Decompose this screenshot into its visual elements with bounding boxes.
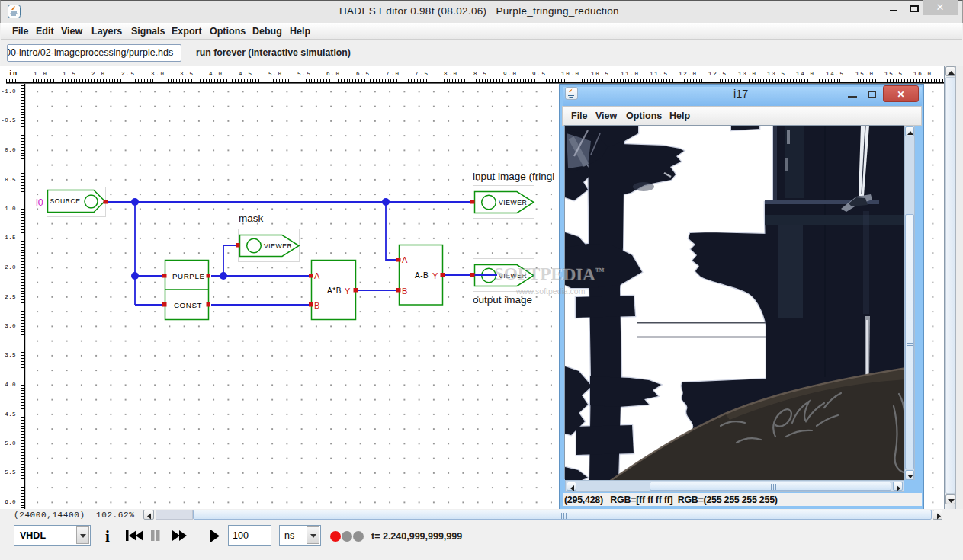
svg-text:8.5: 8.5 <box>473 71 488 77</box>
svg-text:i: i <box>105 527 110 546</box>
svg-text:output image: output image <box>473 294 532 306</box>
svg-text:5.0: 5.0 <box>268 71 283 77</box>
svg-text:CONST: CONST <box>174 301 202 309</box>
svg-text:B: B <box>402 286 407 296</box>
svg-text:0.0: 0.0 <box>5 147 16 153</box>
svg-text:10.0: 10.0 <box>561 71 580 77</box>
svg-text:14.0: 14.0 <box>796 71 815 77</box>
svg-text:12.0: 12.0 <box>679 71 698 77</box>
svg-text:5.5: 5.5 <box>5 469 16 475</box>
svg-text:VIEWER: VIEWER <box>499 272 527 280</box>
svg-text:0.5: 0.5 <box>5 177 16 183</box>
svg-text:input image (fringi: input image (fringi <box>473 171 554 182</box>
svg-text:5.0: 5.0 <box>5 440 16 446</box>
svg-text:5.5: 5.5 <box>297 71 312 77</box>
svg-text:mask: mask <box>239 213 264 224</box>
svg-text:4.5: 4.5 <box>5 411 16 418</box>
svg-text:4.0: 4.0 <box>209 71 223 77</box>
svg-text:2.0: 2.0 <box>5 264 16 270</box>
svg-text:3.5: 3.5 <box>180 71 194 77</box>
svg-text:Y: Y <box>432 271 438 280</box>
svg-text:in: in <box>8 70 18 78</box>
svg-text:VIEWER: VIEWER <box>499 199 527 206</box>
svg-text:15.5: 15.5 <box>884 71 904 77</box>
svg-text:7.5: 7.5 <box>415 71 429 77</box>
svg-text:14.5: 14.5 <box>826 71 845 77</box>
svg-text:3.5: 3.5 <box>5 352 16 358</box>
svg-text:1.0: 1.0 <box>5 206 16 212</box>
svg-text:SOURCE: SOURCE <box>50 197 81 205</box>
svg-text:12.5: 12.5 <box>708 71 727 77</box>
svg-text:4.0: 4.0 <box>5 382 16 388</box>
svg-text:1.5: 1.5 <box>63 71 77 77</box>
svg-text:1.0: 1.0 <box>34 71 48 77</box>
svg-text:VIEWER: VIEWER <box>264 242 292 250</box>
svg-text:9.5: 9.5 <box>532 71 547 77</box>
svg-text:i0: i0 <box>36 197 43 208</box>
svg-text:1.5: 1.5 <box>5 235 16 241</box>
svg-text:16.0: 16.0 <box>913 71 933 77</box>
svg-text:2.5: 2.5 <box>121 71 136 77</box>
svg-text:13.5: 13.5 <box>767 71 786 77</box>
svg-text:10.5: 10.5 <box>591 71 610 77</box>
svg-text:B: B <box>314 301 319 310</box>
svg-text:15.0: 15.0 <box>855 71 875 77</box>
svg-text:2.0: 2.0 <box>91 71 106 77</box>
svg-text:-0.5: -0.5 <box>1 117 16 123</box>
svg-text:6.0: 6.0 <box>326 71 341 77</box>
svg-text:Y: Y <box>345 286 351 296</box>
svg-text:6.0: 6.0 <box>5 499 16 505</box>
svg-text:8.0: 8.0 <box>444 71 458 77</box>
svg-text:11.0: 11.0 <box>621 71 640 77</box>
svg-text:A-B: A-B <box>415 271 429 280</box>
svg-text:A*B: A*B <box>327 286 342 295</box>
svg-text:-1.0: -1.0 <box>1 88 16 94</box>
svg-text:2.5: 2.5 <box>5 294 16 300</box>
svg-text:4.5: 4.5 <box>239 71 253 77</box>
svg-text:A: A <box>314 271 320 280</box>
svg-text:3.0: 3.0 <box>5 323 16 329</box>
svg-text:9.0: 9.0 <box>503 71 518 77</box>
svg-text:11.5: 11.5 <box>650 71 669 77</box>
svg-text:3.0: 3.0 <box>151 71 165 77</box>
svg-text:PURPLE: PURPLE <box>172 272 205 280</box>
svg-text:6.5: 6.5 <box>356 71 371 77</box>
svg-text:7.0: 7.0 <box>386 71 400 77</box>
svg-text:13.0: 13.0 <box>738 71 757 77</box>
svg-text:A: A <box>402 255 408 264</box>
